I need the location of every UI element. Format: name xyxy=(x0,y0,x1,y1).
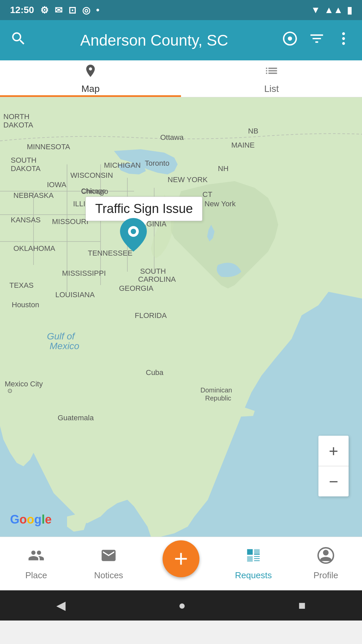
search-icon[interactable] xyxy=(10,30,27,51)
nav-profile-label: Profile xyxy=(313,570,338,581)
nav-notices-label: Notices xyxy=(94,570,123,581)
signal-icon: ▲▲ xyxy=(324,5,343,15)
tab-map[interactable]: Map xyxy=(0,60,181,97)
zoom-in-button[interactable]: + xyxy=(318,436,349,466)
home-button[interactable]: ● xyxy=(178,598,186,612)
nav-requests-label: Requests xyxy=(235,570,272,581)
status-time: 12:50 xyxy=(10,5,34,15)
map-icon xyxy=(83,63,98,82)
tab-list-label: List xyxy=(264,84,279,94)
svg-point-2 xyxy=(342,37,345,40)
nav-add[interactable] xyxy=(145,537,217,590)
mail-icon xyxy=(100,547,117,568)
status-bar: 12:50 ⚙ ✉ ⊡ ◎ • ▼ ▲▲ ▮ xyxy=(0,0,362,20)
list-icon xyxy=(264,63,279,82)
person-icon xyxy=(317,547,334,568)
add-fab-button[interactable] xyxy=(163,540,199,577)
map-tooltip: Traffic Sign Issue xyxy=(85,197,202,221)
svg-rect-16 xyxy=(254,549,260,555)
tooltip-text: Traffic Sign Issue xyxy=(95,202,193,216)
nav-place[interactable]: Place xyxy=(0,537,72,590)
tab-map-label: Map xyxy=(81,84,100,94)
nav-notices[interactable]: Notices xyxy=(72,537,145,590)
nav-requests[interactable]: Requests xyxy=(217,537,290,590)
svg-point-14 xyxy=(131,229,136,234)
settings-icon: ⚙ xyxy=(40,5,49,16)
zoom-controls: + − xyxy=(318,436,349,496)
svg-point-3 xyxy=(342,42,345,45)
filter-icon[interactable] xyxy=(308,30,325,51)
app-bar-title: Anderson County, SC xyxy=(37,31,272,49)
svg-point-1 xyxy=(342,32,345,35)
status-left: 12:50 ⚙ ✉ ⊡ ◎ • xyxy=(10,5,99,16)
zoom-out-button[interactable]: − xyxy=(318,466,349,496)
wifi-icon: ▼ xyxy=(311,5,320,15)
svg-rect-15 xyxy=(247,549,253,555)
svg-rect-18 xyxy=(254,554,260,554)
nav-profile[interactable]: Profile xyxy=(290,537,362,590)
system-nav-bar: ◀ ● ■ xyxy=(0,590,362,621)
more-vert-icon[interactable] xyxy=(335,30,352,51)
back-button[interactable]: ◀ xyxy=(56,598,66,612)
status-right: ▼ ▲▲ ▮ xyxy=(311,5,352,16)
gmail-icon: ✉ xyxy=(55,5,62,16)
bottom-nav: Place Notices Requ xyxy=(0,537,362,590)
screenshot-icon: ⊡ xyxy=(68,5,76,16)
svg-rect-20 xyxy=(254,558,260,559)
map-background xyxy=(0,97,362,537)
battery-icon: ▮ xyxy=(347,5,352,16)
requests-icon xyxy=(245,547,262,568)
svg-rect-19 xyxy=(254,556,260,557)
tab-bar: Map List xyxy=(0,60,362,97)
svg-point-0 xyxy=(288,36,292,41)
location-icon[interactable] xyxy=(282,30,298,51)
svg-rect-17 xyxy=(247,556,253,562)
tab-list[interactable]: List xyxy=(181,60,362,97)
dot-icon: • xyxy=(96,5,100,15)
map-pin[interactable] xyxy=(120,218,147,253)
google-logo: Google xyxy=(10,513,52,527)
nav-place-label: Place xyxy=(25,570,47,581)
record-icon: ◎ xyxy=(82,5,90,16)
app-bar: Anderson County, SC xyxy=(0,20,362,60)
place-icon xyxy=(28,547,45,568)
map-area[interactable]: NORTH DAKOTA MINNESOTA SOUTH DAKOTA WISC… xyxy=(0,97,362,537)
recent-button[interactable]: ■ xyxy=(298,598,306,612)
svg-rect-21 xyxy=(254,560,260,561)
